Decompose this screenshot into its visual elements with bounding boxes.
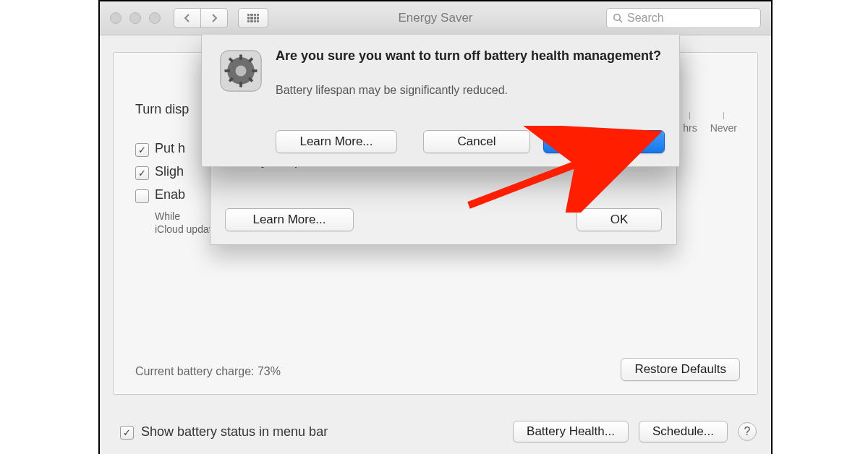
- svg-line-1: [619, 20, 622, 22]
- search-icon: [613, 13, 623, 23]
- schedule-button[interactable]: Schedule...: [639, 421, 728, 442]
- grid-icon: [247, 14, 259, 22]
- prefs-window: Energy Saver Search Turn disp hrs Never …: [98, 0, 773, 454]
- svg-rect-5: [239, 55, 242, 61]
- checkbox-icon: [135, 189, 149, 203]
- sheet-learn-more-button[interactable]: Learn More...: [225, 208, 354, 231]
- show-battery-label: Show battery status in menu bar: [141, 424, 328, 440]
- option-label: Enab: [155, 187, 185, 202]
- battery-health-button[interactable]: Battery Health...: [513, 421, 629, 442]
- bottom-row: ✓ Show battery status in menu bar Batter…: [120, 421, 757, 442]
- nav-buttons: [174, 8, 228, 28]
- svg-point-4: [236, 66, 247, 77]
- system-prefs-icon: [219, 49, 263, 93]
- help-button[interactable]: ?: [738, 422, 757, 441]
- dialog-body: Battery lifespan may be significantly re…: [276, 84, 665, 97]
- show-all-button[interactable]: [238, 8, 268, 28]
- checkbox-icon[interactable]: ✓: [120, 426, 134, 440]
- dialog-turn-off-button[interactable]: Turn Off: [543, 130, 665, 153]
- display-off-label: Turn disp: [135, 102, 189, 117]
- zoom-window-icon[interactable]: [149, 12, 161, 24]
- dialog-cancel-button[interactable]: Cancel: [423, 130, 530, 153]
- checkbox-icon: ✓: [135, 143, 149, 157]
- slider-tick-never: Never: [710, 112, 737, 134]
- chevron-right-icon: [210, 14, 218, 22]
- svg-rect-6: [239, 82, 242, 87]
- search-input[interactable]: Search: [606, 8, 761, 28]
- forward-button[interactable]: [201, 8, 228, 28]
- confirm-dialog: Are you sure you want to turn off batter…: [201, 35, 680, 167]
- option-label: Put h: [155, 141, 185, 156]
- close-window-icon[interactable]: [110, 12, 122, 24]
- chevron-left-icon: [184, 14, 191, 22]
- checkbox-icon: ✓: [135, 166, 149, 180]
- titlebar: Energy Saver Search: [100, 1, 771, 35]
- sheet-ok-button[interactable]: OK: [576, 208, 662, 231]
- window-controls: [110, 12, 161, 24]
- svg-point-0: [614, 14, 621, 21]
- battery-charge-label: Current battery charge: 73%: [135, 365, 281, 378]
- svg-rect-8: [252, 69, 258, 72]
- restore-defaults-button[interactable]: Restore Defaults: [621, 358, 740, 381]
- svg-rect-7: [225, 69, 231, 72]
- minimize-window-icon[interactable]: [129, 12, 141, 24]
- dialog-heading: Are you sure you want to turn off batter…: [276, 48, 665, 64]
- search-placeholder: Search: [627, 12, 664, 25]
- slider-tick-hrs: hrs: [683, 112, 697, 134]
- back-button[interactable]: [174, 8, 201, 28]
- dialog-learn-more-button[interactable]: Learn More...: [276, 130, 397, 153]
- dialog-buttons: Learn More... Cancel Turn Off: [276, 130, 665, 153]
- option-label: Sligh: [155, 164, 184, 179]
